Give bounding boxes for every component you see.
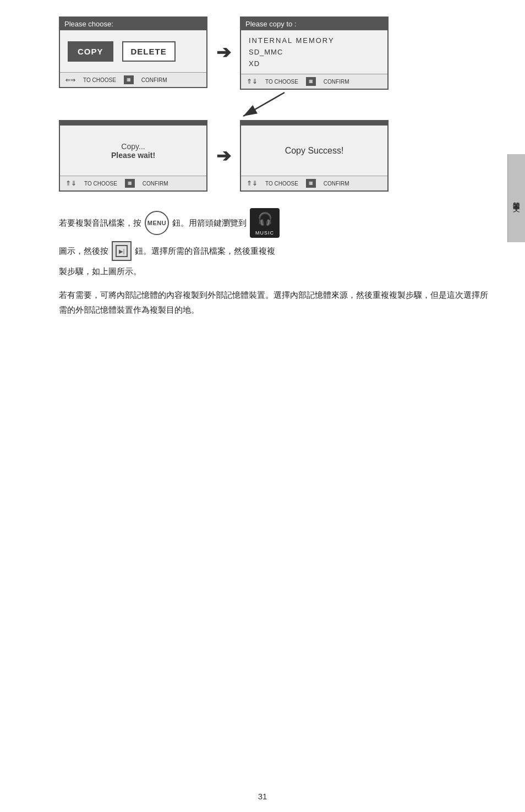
dialog-copy-to: Please copy to : INTERNAL MEMORY SD_MMC … — [240, 17, 389, 90]
desc-line2-prefix: 圖示，然後按 — [59, 244, 108, 258]
main-content: Please choose: COPY DELETE ⇐⇒ TO CHOOSE … — [37, 17, 488, 317]
desc-line-3: 製步驟，如上圖所示。 — [59, 264, 488, 279]
dialog-choose-footer: ⇐⇒ TO CHOOSE ▦ CONFIRM — [60, 72, 206, 87]
copy-wait-line1: Copy... — [121, 142, 145, 151]
memory-internal: INTERNAL MEMORY — [249, 35, 380, 46]
dialog-success-body: Copy Success! — [241, 126, 387, 176]
side-tab-label: 繁體中文 — [512, 196, 522, 200]
arrow-bottom-right: ➔ — [207, 120, 240, 192]
dialog-wait-body: Copy... Please wait! — [60, 126, 206, 176]
dialog-copy-success: Copy Success! ⇑⇓ TO CHOOSE ▦ CONFIRM — [240, 120, 389, 192]
dialog-copy-wait: Copy... Please wait! ⇑⇓ TO CHOOSE ▦ CONF… — [59, 120, 207, 192]
arrow-diagonal-down-left — [235, 90, 301, 122]
copy-success-message: Copy Success! — [285, 146, 344, 156]
delete-button[interactable]: DELETE — [122, 41, 176, 62]
confirm-label-top-right: CONFIRM — [324, 79, 349, 85]
confirm-label-bottom-right: CONFIRM — [324, 181, 349, 187]
copy-to-nav-icon: ⇑⇓ — [247, 78, 258, 85]
side-tab: 繁體中文 — [507, 154, 525, 242]
page: 繁體中文 Please choose: COPY DELETE ⇐⇒ TO CH… — [0, 0, 525, 812]
dialog-success-footer: ⇑⇓ TO CHOOSE ▦ CONFIRM — [241, 176, 387, 190]
confirm-label-bottom-left: CONFIRM — [143, 181, 168, 187]
copy-button[interactable]: COPY — [68, 41, 113, 62]
memory-xd: XD — [249, 58, 380, 69]
dialog-choose-title: Please choose: — [60, 18, 206, 30]
choose-nav-icon: ⇐⇒ — [65, 77, 75, 84]
dialog-copy-to-body: INTERNAL MEMORY SD_MMC XD — [241, 30, 387, 74]
dialog-wait-footer: ⇑⇓ TO CHOOSE ▦ CONFIRM — [60, 176, 206, 190]
description-area: 若要複製音訊檔案，按 MENU 鈕。用箭頭鍵瀏覽到 🎧 MUSIC 圖示，然後按 — [59, 208, 488, 317]
desc-line2-suffix: 鈕。選擇所需的音訊檔案，然後重複複 — [135, 244, 275, 258]
desc-line-1: 若要複製音訊檔案，按 MENU 鈕。用箭頭鍵瀏覽到 🎧 MUSIC — [59, 208, 488, 238]
page-number: 31 — [258, 792, 267, 801]
dialog-copy-to-title: Please copy to : — [241, 18, 387, 30]
dialog-choose-body: COPY DELETE — [60, 30, 206, 72]
choose-nav-label: TO CHOOSE — [83, 77, 116, 83]
desc-line3-text: 製步驟，如上圖所示。 — [59, 266, 141, 276]
confirm-square-icon: ▶| — [112, 241, 132, 261]
desc-line1-suffix: 鈕。用箭頭鍵瀏覽到 — [172, 216, 247, 230]
bottom-row: Copy... Please wait! ⇑⇓ TO CHOOSE ▦ CONF… — [59, 120, 488, 192]
svg-text:▶|: ▶| — [119, 248, 125, 254]
wait-nav-icon: ⇑⇓ — [65, 179, 76, 187]
wait-nav-label: TO CHOOSE — [84, 181, 117, 187]
music-badge-icon: 🎧 MUSIC — [250, 208, 280, 238]
headphone-icon: 🎧 — [258, 209, 272, 229]
music-label: MUSIC — [255, 229, 274, 237]
copy-to-nav-label: TO CHOOSE — [265, 79, 298, 85]
confirm-icon-bottom-left: ▦ — [125, 179, 135, 188]
desc-paragraph: 若有需要，可將內部記憶體的內容複製到外部記憶體裝置。選擇內部記憶體來源，然後重複… — [59, 287, 488, 317]
confirm-icon-top-left: ▦ — [124, 75, 134, 84]
dialog-copy-to-footer: ⇑⇓ TO CHOOSE ▦ CONFIRM — [241, 74, 387, 89]
success-nav-icon: ⇑⇓ — [247, 179, 258, 187]
desc-para-text: 若有需要，可將內部記憶體的內容複製到外部記憶體裝置。選擇內部記憶體來源，然後重複… — [59, 290, 488, 314]
desc-line-2: 圖示，然後按 ▶| 鈕。選擇所需的音訊檔案，然後重複複 — [59, 241, 488, 261]
diagonal-arrows-area — [59, 90, 400, 120]
copy-wait-line2: Please wait! — [111, 151, 155, 160]
success-nav-label: TO CHOOSE — [265, 181, 298, 187]
desc-line1-prefix: 若要複製音訊檔案，按 — [59, 216, 141, 230]
confirm-label-top-left: CONFIRM — [141, 77, 167, 83]
arrow-top-right: ➔ — [207, 17, 240, 88]
svg-line-1 — [243, 92, 285, 116]
menu-button-icon: MENU — [145, 211, 169, 235]
memory-sdmmc: SD_MMC — [249, 46, 380, 58]
confirm-icon-top-right: ▦ — [306, 77, 316, 86]
confirm-icon-bottom-right: ▦ — [306, 179, 316, 188]
dialog-choose: Please choose: COPY DELETE ⇐⇒ TO CHOOSE … — [59, 17, 207, 88]
